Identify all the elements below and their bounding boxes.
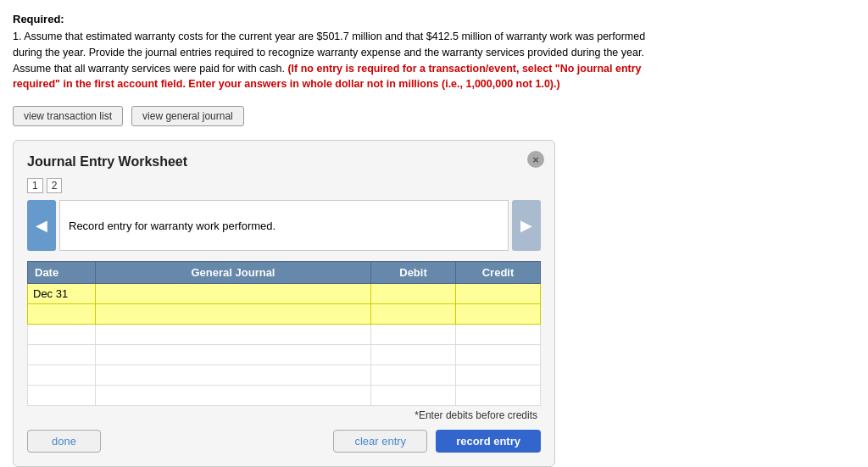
table-row <box>28 386 541 406</box>
credit-cell[interactable] <box>456 284 541 304</box>
general-journal-cell[interactable] <box>96 325 371 345</box>
col-header-date: Date <box>28 262 96 284</box>
general-journal-input[interactable] <box>96 325 370 344</box>
general-journal-cell[interactable] <box>96 304 371 325</box>
credit-input[interactable] <box>456 304 540 324</box>
debit-cell[interactable] <box>371 386 456 406</box>
page-box-1: 1 <box>27 178 43 193</box>
debit-input[interactable] <box>371 325 455 344</box>
general-journal-input[interactable] <box>96 386 370 405</box>
view-general-journal-button[interactable]: view general journal <box>131 106 244 126</box>
debit-input[interactable] <box>371 345 455 364</box>
clear-entry-button[interactable]: clear entry <box>333 430 427 453</box>
credit-cell[interactable] <box>456 345 541 365</box>
next-arrow-button[interactable]: ▶ <box>512 200 541 251</box>
debit-input[interactable] <box>371 365 455 385</box>
debit-cell[interactable] <box>371 365 456 386</box>
debit-input[interactable] <box>371 386 455 405</box>
general-journal-cell[interactable] <box>96 284 371 304</box>
table-row <box>28 304 541 325</box>
page-navigation: 1 2 <box>27 178 541 193</box>
table-row <box>28 325 541 345</box>
date-cell <box>28 325 96 345</box>
debit-cell[interactable] <box>371 304 456 325</box>
debit-input[interactable] <box>371 284 455 303</box>
general-journal-cell[interactable] <box>96 345 371 365</box>
general-journal-input[interactable] <box>96 284 370 303</box>
date-cell <box>28 365 96 386</box>
date-cell <box>28 304 96 325</box>
journal-table-wrapper: Date General Journal Debit Credit Dec 31 <box>27 261 541 406</box>
journal-table: Date General Journal Debit Credit Dec 31 <box>27 261 541 406</box>
debit-input[interactable] <box>371 304 455 324</box>
credit-input[interactable] <box>456 365 540 385</box>
col-header-credit: Credit <box>456 262 541 284</box>
credit-input[interactable] <box>456 284 540 303</box>
journal-entry-worksheet: Journal Entry Worksheet × 1 2 ◀ Record e… <box>13 140 555 467</box>
done-button[interactable]: done <box>27 430 101 453</box>
date-cell <box>28 345 96 365</box>
date-cell: Dec 31 <box>28 284 96 304</box>
debit-cell[interactable] <box>371 325 456 345</box>
general-journal-cell[interactable] <box>96 386 371 406</box>
credit-cell[interactable] <box>456 386 541 406</box>
general-journal-cell[interactable] <box>96 365 371 386</box>
table-row: Dec 31 <box>28 284 541 304</box>
credit-cell[interactable] <box>456 325 541 345</box>
table-row <box>28 345 541 365</box>
date-cell <box>28 386 96 406</box>
credit-input[interactable] <box>456 325 540 344</box>
prev-arrow-button[interactable]: ◀ <box>27 200 56 251</box>
credit-input[interactable] <box>456 386 540 405</box>
debit-cell[interactable] <box>371 284 456 304</box>
table-row <box>28 365 541 386</box>
credit-cell[interactable] <box>456 365 541 386</box>
credit-input[interactable] <box>456 345 540 364</box>
footnote: *Enter debits before credits <box>27 409 541 421</box>
entry-description: Record entry for warranty work performed… <box>59 200 509 251</box>
general-journal-input[interactable] <box>96 345 370 364</box>
view-transaction-list-button[interactable]: view transaction list <box>13 106 123 126</box>
record-entry-button[interactable]: record entry <box>436 430 541 453</box>
col-header-general-journal: General Journal <box>96 262 371 284</box>
general-journal-input[interactable] <box>96 304 370 324</box>
col-header-debit: Debit <box>371 262 456 284</box>
page-box-2: 2 <box>47 178 63 193</box>
credit-cell[interactable] <box>456 304 541 325</box>
general-journal-input[interactable] <box>96 365 370 385</box>
required-label: Required: <box>13 13 855 25</box>
debit-cell[interactable] <box>371 345 456 365</box>
required-text: 1. Assume that estimated warranty costs … <box>13 29 674 92</box>
close-button[interactable]: × <box>527 151 544 168</box>
worksheet-title: Journal Entry Worksheet <box>27 154 541 170</box>
